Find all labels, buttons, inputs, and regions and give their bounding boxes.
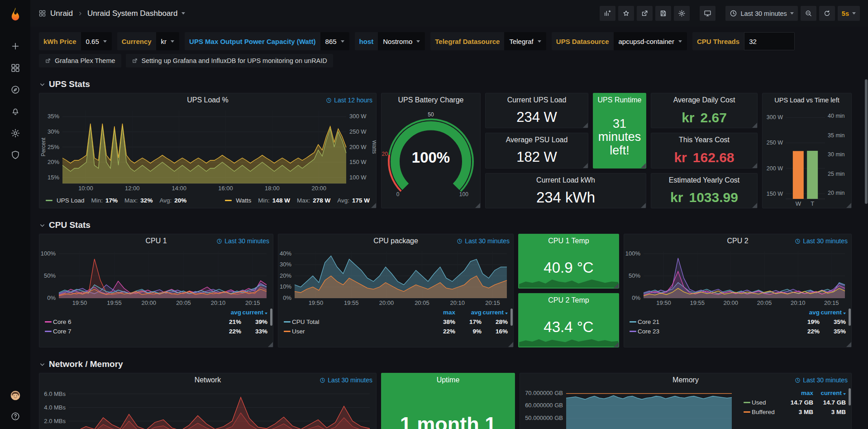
legend-sort-current[interactable]: current: [820, 309, 846, 316]
variable-value-kwh-price[interactable]: 0.65: [81, 32, 112, 50]
legend-sort-current[interactable]: current: [482, 309, 508, 316]
panel-resize-handle[interactable]: [371, 203, 376, 208]
legend-sort-current[interactable]: current: [813, 390, 846, 396]
panel-resize-handle[interactable]: [268, 342, 273, 347]
legend-row-core-23[interactable]: Core 2322%35%: [628, 327, 848, 336]
panel-resize-handle[interactable]: [614, 283, 619, 288]
panel-resize-handle[interactable]: [752, 123, 757, 128]
panel-resize-handle[interactable]: [475, 203, 480, 208]
variable-input-cpu-threads[interactable]: [744, 32, 795, 50]
legend-scrollbar[interactable]: [849, 308, 851, 326]
caret-down-icon[interactable]: [181, 12, 185, 14]
page-scrollbar[interactable]: [864, 0, 868, 429]
refresh-interval-picker[interactable]: 5s: [838, 6, 860, 21]
legend-row-buffered[interactable]: Buffered3 MB3 MB: [742, 407, 848, 417]
legend-sort-current[interactable]: current: [241, 309, 267, 316]
panel-resize-handle[interactable]: [583, 123, 588, 128]
create-icon[interactable]: [9, 40, 22, 53]
scrollbar-thumb[interactable]: [865, 79, 868, 204]
panel-title[interactable]: CPU package: [373, 237, 418, 245]
legend-sort-avg[interactable]: avg: [455, 309, 482, 316]
legend-sort-avg[interactable]: avg: [215, 309, 241, 316]
ups-load-chart[interactable]: 15%20%25%30%35%100 W150 W200 W250 W300 W…: [39, 107, 376, 193]
server-admin-icon[interactable]: [9, 149, 22, 161]
panel-resize-handle[interactable]: [752, 203, 757, 208]
legend-row-cpu-total[interactable]: CPU Total38%17%28%: [282, 317, 510, 327]
panel-time-override[interactable]: Last 12 hours: [326, 93, 372, 107]
battery-gauge[interactable]: 100% 02050100: [382, 107, 480, 208]
help-icon[interactable]: [9, 410, 22, 423]
variable-value-currency[interactable]: kr: [156, 32, 180, 50]
panel-resize-handle[interactable]: [752, 163, 757, 168]
panel-resize-handle[interactable]: [846, 342, 851, 347]
legend-sort-max[interactable]: max: [781, 390, 813, 396]
panel-title[interactable]: UPS Battery Charge: [398, 96, 464, 104]
panel-time-override[interactable]: Last 30 minutes: [795, 373, 848, 387]
panel-resize-handle[interactable]: [583, 163, 588, 168]
configuration-icon[interactable]: [9, 127, 22, 140]
panel-time-override[interactable]: Last 30 minutes: [457, 234, 510, 248]
ups-vs-time-chart[interactable]: 150 W200 W250 W300 W20 min25 min30 min35…: [763, 107, 851, 208]
avatar[interactable]: [9, 389, 22, 402]
legend-row-user[interactable]: User22%9%16%: [282, 327, 510, 336]
legend-scrollbar[interactable]: [270, 308, 272, 326]
star-button[interactable]: [618, 6, 634, 21]
zoom-out-button[interactable]: [801, 6, 816, 21]
dashboard-link-grafana-plex-theme[interactable]: Grafana Plex Theme: [39, 54, 121, 67]
panel-time-override[interactable]: Last 30 minutes: [795, 234, 848, 248]
dashboards-icon[interactable]: [9, 62, 22, 74]
cpu2-chart[interactable]: 0%50%100%19:5019:5520:0020:0520:1020:15: [624, 248, 851, 307]
panel-title[interactable]: Average Daily Cost: [673, 96, 735, 104]
alerting-icon[interactable]: [9, 105, 22, 118]
panel-title[interactable]: UPS Load %: [187, 96, 229, 104]
legend-scrollbar[interactable]: [849, 388, 851, 405]
panel-title[interactable]: CPU 1 Temp: [548, 237, 589, 245]
breadcrumb-dashboard-title[interactable]: Unraid System Dashboard: [87, 9, 177, 18]
variable-value-ups-max-output-power-capacity-watt[interactable]: 865: [320, 32, 349, 50]
breadcrumb-folder[interactable]: Unraid: [50, 9, 73, 18]
cycle-view-button[interactable]: [700, 6, 715, 21]
dashboard-link-setting-up-grafana-and-influxdb-for-ups-monitoring-on-unraid[interactable]: Setting up Grafana and InfluxDB for UPS …: [126, 54, 333, 67]
section-network-memory[interactable]: Network / Memory: [39, 359, 856, 369]
panel-title[interactable]: Uptime: [437, 376, 460, 384]
save-button[interactable]: [655, 6, 671, 21]
legend-item-ups-load[interactable]: UPS LoadMin:17%Max:32%Avg:20%: [46, 197, 186, 204]
legend-row-core-21[interactable]: Core 2119%35%: [628, 317, 848, 327]
panel-resize-handle[interactable]: [614, 342, 619, 347]
legend-sort-avg[interactable]: avg: [793, 309, 820, 316]
memory-chart[interactable]: 50.000000 GB60.000000 GB70.000000 GB: [520, 387, 738, 429]
panel-title[interactable]: Estimated Yearly Cost: [669, 176, 740, 184]
panel-resize-handle[interactable]: [508, 342, 513, 347]
grafana-logo[interactable]: [6, 5, 24, 24]
legend-scrollbar[interactable]: [510, 308, 513, 326]
variable-value-telegraf-datasource[interactable]: Telegraf: [504, 32, 546, 50]
panel-title[interactable]: CPU 2: [727, 237, 748, 245]
legend-row-core-6[interactable]: Core 621%39%: [43, 317, 269, 327]
dashboard-settings-button[interactable]: [674, 6, 690, 21]
time-range-picker[interactable]: Last 30 minutes: [725, 6, 797, 21]
section-cpu-stats[interactable]: CPU Stats: [39, 220, 856, 230]
cpu1-chart[interactable]: 0%50%100%19:5019:5520:0020:0520:1020:15: [39, 248, 273, 307]
panel-title[interactable]: UPS Load vs Time left: [774, 96, 839, 104]
explore-icon[interactable]: [9, 83, 22, 96]
refresh-button[interactable]: [819, 6, 835, 21]
panel-title[interactable]: Current Load kWh: [536, 176, 595, 184]
legend-row-used[interactable]: Used14.7 GB14.7 GB: [742, 398, 848, 407]
legend-row-core-7[interactable]: Core 722%33%: [43, 327, 269, 336]
add-panel-button[interactable]: [600, 6, 615, 21]
panel-resize-handle[interactable]: [641, 203, 646, 208]
panel-time-override[interactable]: Last 30 minutes: [216, 234, 269, 248]
panel-title[interactable]: This Years Cost: [679, 136, 730, 144]
network-chart[interactable]: 2.0 MBs4.0 MBs6.0 MBs: [39, 387, 376, 429]
share-button[interactable]: [637, 6, 653, 21]
panel-title[interactable]: Memory: [672, 376, 699, 384]
panel-title[interactable]: CPU 2 Temp: [548, 296, 589, 304]
cpu-package-chart[interactable]: 0%10%20%30%40%19:5019:5520:0020:0520:102…: [278, 248, 513, 307]
panel-title[interactable]: Current UPS Load: [507, 96, 567, 104]
panel-title[interactable]: UPS Runtime: [598, 96, 642, 104]
variable-value-ups-datasource[interactable]: apcupsd-container: [614, 32, 687, 50]
variable-value-host[interactable]: Nostromo: [378, 32, 425, 50]
panel-title[interactable]: CPU 1: [145, 237, 167, 245]
panel-title[interactable]: Network: [195, 376, 221, 384]
panel-resize-handle[interactable]: [846, 203, 851, 208]
